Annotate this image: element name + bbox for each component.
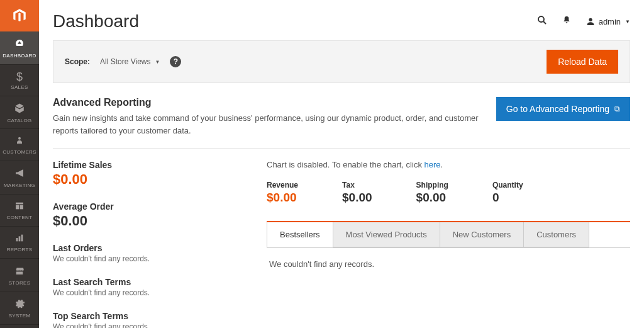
tax-value: $0.00 (342, 191, 372, 205)
magento-logo[interactable] (0, 0, 39, 31)
nav-content[interactable]: CONTENT (0, 195, 39, 227)
nav-dashboard[interactable]: DASHBOARD (0, 31, 39, 65)
svg-rect-3 (20, 205, 23, 210)
last-orders-empty: We couldn't find any records. (53, 254, 242, 263)
top-search-title: Top Search Terms (53, 311, 242, 321)
scope-select[interactable]: All Store Views ▼ (100, 57, 160, 66)
nav-customers[interactable]: CUSTOMERS (0, 129, 39, 161)
last-orders-title: Last Orders (53, 243, 242, 253)
tab-most-viewed[interactable]: Most Viewed Products (333, 222, 440, 247)
nav-catalog[interactable]: CATALOG (0, 96, 39, 130)
tab-bestsellers[interactable]: Bestsellers (267, 222, 333, 247)
revenue-value: $0.00 (267, 191, 298, 205)
chevron-down-icon: ▼ (155, 59, 160, 65)
scope-label: Scope: (65, 57, 90, 66)
person-icon (14, 135, 25, 147)
chart-disabled-msg: Chart is disabled. To enable the chart, … (267, 160, 630, 169)
bars-icon (14, 233, 25, 245)
svg-point-7 (538, 16, 544, 22)
dashboard-icon (14, 38, 25, 51)
store-icon (14, 265, 25, 278)
lifetime-sales-value: $0.00 (53, 171, 242, 188)
last-search-title: Last Search Terms (53, 277, 242, 287)
quantity-label: Quantity (492, 181, 523, 189)
tab-customers[interactable]: Customers (523, 222, 589, 247)
average-order-value: $0.00 (53, 213, 242, 229)
scope-bar: Scope: All Store Views ▼ ? Reload Data (53, 40, 630, 83)
svg-rect-5 (19, 236, 21, 241)
report-tabs: Bestsellers Most Viewed Products New Cus… (267, 221, 630, 248)
dollar-icon: $ (16, 71, 23, 82)
adv-reporting-title: Advanced Reporting (53, 97, 484, 108)
help-icon[interactable]: ? (170, 56, 181, 67)
svg-point-9 (589, 18, 592, 21)
svg-line-8 (543, 21, 546, 24)
revenue-label: Revenue (267, 181, 298, 189)
user-menu[interactable]: admin ▼ (586, 16, 630, 26)
nav-stores[interactable]: STORES (0, 259, 39, 292)
lifetime-sales-label: Lifetime Sales (53, 160, 242, 170)
nav-marketing[interactable]: MARKETING (0, 161, 39, 195)
layout-icon (14, 201, 25, 213)
tab-content-empty: We couldn't find any records. (267, 248, 630, 280)
svg-rect-6 (21, 234, 23, 241)
gear-icon (14, 298, 25, 311)
nav-sales[interactable]: $ SALES (0, 65, 39, 96)
quantity-value: 0 (492, 191, 523, 205)
tax-label: Tax (342, 181, 372, 189)
last-search-empty: We couldn't find any records. (53, 288, 242, 297)
svg-rect-4 (16, 238, 18, 241)
top-search-empty: We couldn't find any records. (53, 322, 242, 328)
svg-rect-1 (16, 203, 23, 205)
nav-partners[interactable]: FIND PARTNERS & EXTENSIONS (0, 325, 39, 328)
nav-reports[interactable]: REPORTS (0, 227, 39, 259)
tab-new-customers[interactable]: New Customers (440, 222, 524, 247)
megaphone-icon (14, 167, 25, 181)
svg-rect-2 (16, 205, 19, 210)
bell-icon[interactable] (562, 15, 572, 28)
chevron-down-icon: ▼ (625, 19, 630, 25)
user-icon (586, 16, 596, 26)
reload-button[interactable]: Reload Data (547, 50, 618, 74)
shipping-label: Shipping (416, 181, 448, 189)
adv-reporting-button[interactable]: Go to Advanced Reporting ⧉ (496, 97, 630, 121)
svg-point-0 (18, 137, 21, 140)
adv-reporting-desc: Gain new insights and take command of yo… (53, 112, 484, 137)
page-title: Dashboard (53, 11, 536, 31)
shipping-value: $0.00 (416, 191, 448, 205)
cube-icon (14, 103, 25, 116)
nav-system[interactable]: SYSTEM (0, 291, 39, 325)
average-order-label: Average Order (53, 201, 242, 212)
chart-enable-link[interactable]: here (425, 160, 441, 169)
search-icon[interactable] (536, 14, 548, 29)
external-link-icon: ⧉ (614, 105, 620, 113)
sidebar: DASHBOARD $ SALES CATALOG CUSTOMERS MARK… (0, 0, 39, 328)
